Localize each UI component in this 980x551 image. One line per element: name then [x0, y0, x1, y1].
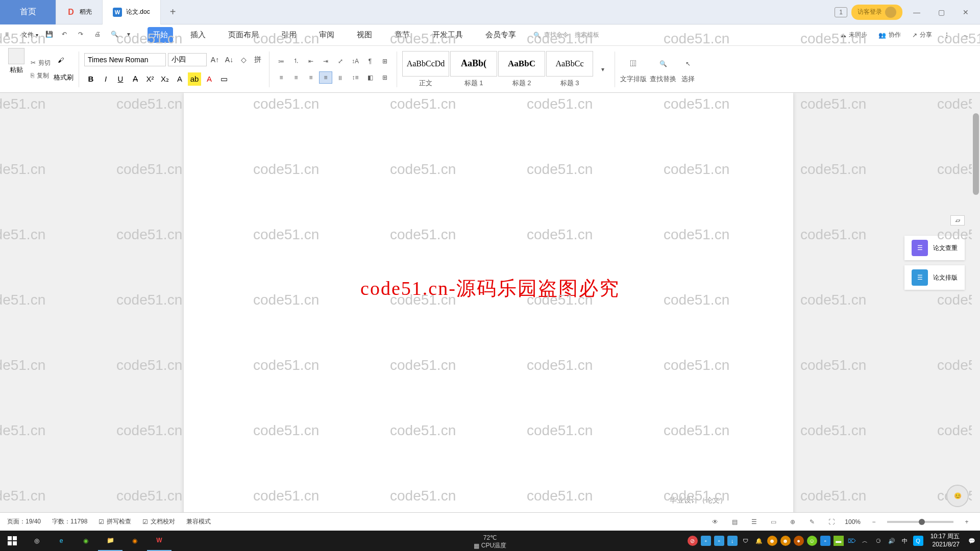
redo-icon[interactable]: ↷: [78, 31, 87, 40]
menu-tab-reference[interactable]: 引用: [276, 27, 302, 43]
text-effect-button[interactable]: A: [173, 72, 186, 86]
menu-tab-insert[interactable]: 插入: [185, 27, 211, 43]
align-left-button[interactable]: ≡: [275, 71, 288, 84]
align-right-button[interactable]: ≡: [304, 71, 317, 84]
zoom-in-button[interactable]: +: [961, 516, 973, 528]
number-list-button[interactable]: ⒈: [289, 55, 303, 67]
undo-icon[interactable]: ↶: [62, 31, 71, 40]
collapse-panel-button[interactable]: ▱: [950, 215, 965, 226]
tray-icon[interactable]: ☺: [807, 536, 817, 546]
edit-icon[interactable]: ✎: [806, 516, 818, 528]
paper-check-button[interactable]: ☰ 论文查重: [904, 236, 965, 260]
clock[interactable]: 10:17 周五2021/8/27: [926, 533, 964, 548]
tray-icon[interactable]: ↓: [727, 536, 738, 546]
align-justify-button[interactable]: ≡: [319, 71, 332, 84]
subscript-button[interactable]: X₂: [158, 72, 172, 86]
tray-icon[interactable]: 🔔: [754, 536, 764, 546]
styles-more-button[interactable]: ▾: [596, 63, 609, 76]
hamburger-icon[interactable]: ≡: [5, 31, 14, 40]
chevron-up-icon[interactable]: ︿: [860, 536, 870, 546]
save-icon[interactable]: 💾: [45, 31, 55, 40]
maximize-button[interactable]: ▢: [931, 2, 951, 22]
app-icon[interactable]: ◉: [122, 531, 147, 551]
sort-button[interactable]: ⤢: [334, 55, 347, 67]
tray-icon[interactable]: ▬: [834, 536, 844, 546]
wifi-icon[interactable]: ⚆: [873, 536, 884, 546]
fit-icon[interactable]: ⛶: [825, 516, 838, 528]
tab-daoke[interactable]: D 稻壳: [56, 0, 103, 24]
zoom-slider[interactable]: [887, 521, 953, 523]
more-menu[interactable]: ⋮: [943, 31, 950, 39]
zoom-out-button[interactable]: −: [868, 516, 880, 528]
menu-tab-devtools[interactable]: 开发工具: [427, 27, 468, 43]
volume-icon[interactable]: 🔊: [887, 536, 897, 546]
wps-icon[interactable]: W: [147, 531, 172, 551]
ime-indicator[interactable]: 中: [900, 536, 910, 546]
window-count-badge[interactable]: 1: [835, 7, 847, 17]
distribute-button[interactable]: ⫼: [334, 71, 347, 84]
italic-button[interactable]: I: [99, 72, 112, 86]
bold-button[interactable]: B: [84, 72, 97, 86]
browser-icon[interactable]: ◉: [74, 531, 98, 551]
line-break-button[interactable]: ¶: [363, 55, 377, 67]
tray-icon[interactable]: ⊘: [688, 536, 698, 546]
tray-icon[interactable]: ☻: [780, 536, 791, 546]
outline-view-icon[interactable]: ☰: [748, 516, 760, 528]
minimize-button[interactable]: —: [906, 2, 927, 22]
spellcheck-toggle[interactable]: ☑拼写检查: [99, 517, 131, 526]
word-count[interactable]: 字数：11798: [52, 517, 87, 526]
scroll-thumb[interactable]: [973, 113, 979, 195]
text-layout-button[interactable]: ⿲ 文字排版: [620, 55, 647, 84]
decrease-indent-button[interactable]: ⇤: [304, 55, 317, 67]
taskview-icon[interactable]: ◎: [24, 531, 49, 551]
align-center-button[interactable]: ≡: [289, 71, 303, 84]
page-indicator[interactable]: 页面：19/40: [7, 517, 41, 526]
select-button[interactable]: ↖ 选择: [679, 55, 697, 84]
char-border-button[interactable]: ▭: [217, 72, 231, 86]
file-menu[interactable]: 文件 ▾: [21, 31, 38, 39]
collapse-ribbon[interactable]: ︿: [962, 31, 969, 40]
command-search[interactable]: 🔍 查找命令、搜索模板: [533, 31, 599, 39]
tab-home[interactable]: 首页: [0, 0, 56, 24]
document-canvas[interactable]: 毕业设计（论文） ▱ ☰ 论文查重 ☰ 论文排版: [0, 93, 980, 530]
border-button[interactable]: ⊞: [378, 71, 391, 84]
page-view-icon[interactable]: ▤: [728, 516, 741, 528]
format-painter-button[interactable]: 🖌 格式刷: [54, 57, 74, 82]
bluetooth-icon[interactable]: ⌦: [847, 536, 857, 546]
collab-button[interactable]: 👥协作: [878, 31, 901, 39]
notifications-icon[interactable]: 💬: [967, 536, 977, 546]
tray-icon[interactable]: ▫: [714, 536, 724, 546]
increase-indent-button[interactable]: ⇥: [319, 55, 332, 67]
page[interactable]: 毕业设计（论文）: [184, 93, 793, 520]
text-direction-button[interactable]: ↕A: [349, 55, 362, 67]
float-assistant-button[interactable]: 😊: [946, 485, 969, 507]
style-heading2[interactable]: AaBbC: [498, 51, 545, 77]
menu-tab-member[interactable]: 会员专享: [480, 27, 521, 43]
zoom-level[interactable]: 100%: [845, 518, 861, 525]
font-color-button[interactable]: A: [203, 72, 216, 86]
decrease-font-icon[interactable]: A↓: [223, 54, 235, 66]
tray-icon[interactable]: ▫: [701, 536, 711, 546]
proofread-toggle[interactable]: ☑文档校对: [142, 517, 175, 526]
preview-icon[interactable]: 🔍: [111, 31, 120, 40]
cut-button[interactable]: ✂剪切: [31, 59, 51, 67]
reading-view-icon[interactable]: ▭: [767, 516, 779, 528]
increase-font-icon[interactable]: A↑: [209, 54, 221, 66]
paste-button[interactable]: 粘贴: [8, 48, 24, 74]
superscript-button[interactable]: X²: [143, 72, 157, 86]
bullet-list-button[interactable]: ≔: [275, 55, 288, 67]
close-button[interactable]: ✕: [955, 2, 976, 22]
tray-icon[interactable]: Q: [913, 536, 923, 546]
strikethrough-button[interactable]: A̶: [129, 72, 142, 86]
phonetic-icon[interactable]: 拼: [252, 54, 264, 66]
menu-tab-review[interactable]: 审阅: [314, 27, 339, 43]
menu-tab-view[interactable]: 视图: [352, 27, 377, 43]
tray-icon[interactable]: ▫: [820, 536, 830, 546]
style-heading3[interactable]: AaBbCc: [546, 51, 593, 77]
print-icon[interactable]: 🖨: [94, 31, 104, 40]
tray-icon[interactable]: ☻: [767, 536, 777, 546]
vertical-scrollbar[interactable]: [972, 93, 980, 512]
start-button[interactable]: [0, 531, 24, 551]
style-heading1[interactable]: AaBb(: [450, 51, 497, 77]
tab-add-button[interactable]: +: [161, 6, 185, 18]
